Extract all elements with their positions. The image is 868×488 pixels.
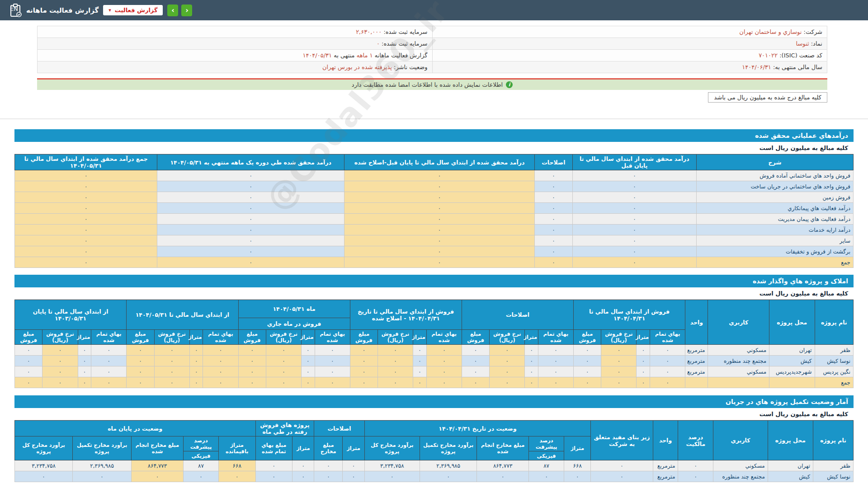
chevron-down-icon: ▾ xyxy=(108,7,111,13)
table-cell: ۰ xyxy=(15,170,157,181)
table-cell: ۰ xyxy=(15,225,157,235)
table-cell: ۰ xyxy=(127,345,154,356)
table-cell: ۰ xyxy=(344,235,535,246)
table-cell: ۰ xyxy=(157,181,344,192)
section-title-operational-income: درآمدهاي عملياتي محقق شده xyxy=(14,129,854,142)
table-cell: ۳,۲۳۴,۷۵۸ xyxy=(15,460,73,471)
info-value: ۱۴۰۴/۰۶/۳۱ xyxy=(742,64,771,70)
info-value: ۱ ماهه xyxy=(357,52,373,59)
info-row: کد صنعت (ISIC): ۷۰۱۰۲۲گزارش فعالیت ماهان… xyxy=(38,50,827,61)
sub-column-header: متراژ xyxy=(413,330,427,345)
info-label: منتهی به xyxy=(332,52,357,59)
table-cell: ۰ xyxy=(301,377,315,388)
table-cell: ۰ xyxy=(426,356,462,366)
table-cell: ۰ xyxy=(477,471,529,482)
info-row: سال مالی منتهی به: ۱۴۰۴/۰۶/۳۱وضعیت ناشر:… xyxy=(38,61,827,73)
group-header: پروژه هاي فروش رفته در طي ماه xyxy=(255,421,314,436)
useful-area: ۰ xyxy=(591,460,653,471)
table-cell: ۰ xyxy=(203,366,238,377)
table-cell: ۰ xyxy=(91,366,127,377)
ownership-percent: ۰ xyxy=(678,471,713,482)
table-row: درآمد فعاليت هاي پيمان مديريت۰۰۰۰۰ xyxy=(15,214,854,225)
sub-column-header: نرخ فروش (ريال) xyxy=(42,330,78,345)
sub-column-header: درصد پیشرفت xyxy=(529,436,564,451)
column-header: نام پروژه xyxy=(813,421,853,460)
report-type-dropdown[interactable]: گزارش فعالیت ▾ xyxy=(103,5,163,15)
info-label: نماد: xyxy=(809,40,822,47)
column-header: درصد مالکیت xyxy=(678,421,713,460)
table-cell: ۰ xyxy=(344,192,535,203)
row-label: فروش واحد هاي ساختماني آماده فروش xyxy=(697,170,854,181)
table-cell: ۰ xyxy=(538,377,574,388)
table-cell: ۰ xyxy=(378,345,413,356)
info-value: نوسازي و ساختمان تهران xyxy=(739,28,802,35)
info-label: سال مالی منتهی به: xyxy=(771,64,822,70)
info-cell: سال مالی منتهی به: ۱۴۰۴/۰۶/۳۱ xyxy=(432,61,827,73)
column-header: اصلاحات xyxy=(535,155,572,170)
table-cell: ۰ xyxy=(350,377,377,388)
table-cell: ۰ xyxy=(344,225,535,235)
project-location xyxy=(769,377,815,388)
table-cell: ۰ xyxy=(255,471,292,482)
row-label: درآمد ارايه خدمات xyxy=(697,225,854,235)
table-cell: ۰ xyxy=(572,203,697,214)
sub-column-header: نرخ فروش (ريال) xyxy=(266,330,301,345)
table-row: فروش واحد هاي ساختماني در جريان ساخت۰۰۰۰… xyxy=(15,181,854,192)
project-usage: مسکوني xyxy=(708,345,769,356)
table-row: درآمد ارايه خدمات۰۰۰۰۰ xyxy=(15,225,854,235)
table-cell: ۰ xyxy=(15,246,157,257)
table-cell: ۲,۳۶۹,۹۸۵ xyxy=(73,460,132,471)
table-cell: ۰ xyxy=(462,356,489,366)
table-cell: ۰ xyxy=(15,356,42,366)
table-cell: ۰ xyxy=(255,460,292,471)
info-value: ۱۴۰۴/۰۵/۳۱ xyxy=(302,52,332,59)
info-cell: کد صنعت (ISIC): ۷۰۱۰۲۲ xyxy=(432,50,827,61)
table-cell: ۰ xyxy=(127,377,154,388)
table-cell: ۰ xyxy=(315,366,350,377)
column-header: واحد xyxy=(685,300,708,345)
signed-data-notice: i اطلاعات نمایش داده شده با اطلاعات امضا… xyxy=(37,80,827,90)
table-cell: ۰ xyxy=(78,345,91,356)
table-cell: ۰ xyxy=(350,366,377,377)
table-cell: ۰ xyxy=(343,460,364,471)
table-cell: ۰ xyxy=(490,377,525,388)
table-cell: ۰ xyxy=(315,356,350,366)
table-cell: ۶۶۸ xyxy=(564,460,591,471)
table-cell: ۰ xyxy=(535,235,572,246)
table-cell: ۰ xyxy=(462,377,489,388)
column-header: محل پروژه xyxy=(769,300,815,345)
chevron-left-button[interactable]: ‹ xyxy=(181,5,192,16)
table-cell: ۰ xyxy=(572,214,697,225)
table-cell: ۰ xyxy=(315,377,350,388)
table-cell: ۰ xyxy=(650,366,685,377)
table-cell: ۸۷ xyxy=(184,460,219,471)
table-cell: ۰ xyxy=(650,377,685,388)
amounts-note-box: کلیه مبالغ درج شده به میلیون ریال می باش… xyxy=(708,92,827,103)
table-cell: ۰ xyxy=(426,345,462,356)
table-cell: ۰ xyxy=(637,366,650,377)
table-row: ظفرتهرانمسکونيمترمربع۰۰۰۰۰۰۰۰۰۰۰۰۰۰۰۰۰۰۰… xyxy=(15,345,854,356)
table-cell: ۰ xyxy=(78,377,91,388)
table-cell: ۰ xyxy=(413,356,427,366)
info-icon: i xyxy=(506,81,513,88)
table-cell: ۰ xyxy=(350,345,377,356)
table-row: جمع۰۰۰۰۰ xyxy=(15,257,854,268)
language-switch[interactable]: EN xyxy=(10,5,18,12)
table-cell: ۰ xyxy=(535,246,572,257)
dropdown-label: گزارش فعالیت xyxy=(115,7,158,14)
table-cell: ۰ xyxy=(42,377,78,388)
table-row: درآمد فعاليت هاي پيمانکاري۰۰۰۰۰ xyxy=(15,203,854,214)
table-cell: ۰ xyxy=(601,366,637,377)
sub-column-header: بهاي تمام شده xyxy=(538,330,574,345)
chevron-right-button[interactable]: › xyxy=(167,5,178,16)
info-label: شرکت: xyxy=(802,28,822,35)
project-location: کيش xyxy=(768,471,813,482)
table-row: نگين پرديسشهرجديدپرديسمسکونيمترمربع۰۰۰۰۰… xyxy=(15,366,854,377)
table-cell: ۰ xyxy=(572,192,697,203)
project-location: کيش xyxy=(769,356,815,366)
table-cell: ۰ xyxy=(154,377,189,388)
useful-area: ۰ xyxy=(591,471,653,482)
table-cell: ۰ xyxy=(15,366,42,377)
sub-column-header: مبلغ بهاي تمام شده xyxy=(255,436,292,460)
group-header: فروش از ابتداي سال مالي تا ۱۴۰۴/۰۴/۳۱ xyxy=(574,300,685,330)
